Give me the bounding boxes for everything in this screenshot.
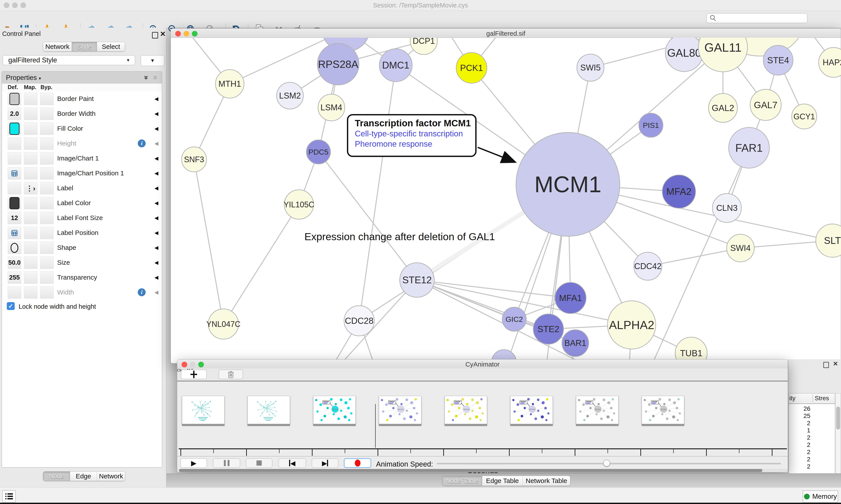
node-GAL7[interactable]: GAL7 <box>750 89 781 121</box>
cyanimator-timeline[interactable]: 0123456789 MCM1MCM1MCM1MCM1MCM1MCM1 Seco… <box>177 381 788 456</box>
bypass-cell[interactable] <box>40 241 54 254</box>
property-row-size[interactable]: 50.0Size◀ <box>2 255 162 270</box>
node-GIC2[interactable]: GIC2 <box>502 307 526 331</box>
mapping-cell[interactable] <box>24 212 37 224</box>
bypass-cell[interactable] <box>40 256 54 269</box>
bypass-cell[interactable] <box>40 227 54 239</box>
default-cell[interactable] <box>8 182 21 194</box>
node-STE4[interactable]: STE4 <box>763 45 793 75</box>
timeline-playhead[interactable] <box>375 404 376 448</box>
node-HAP2[interactable]: HAP2 <box>819 48 841 77</box>
node-STE12[interactable]: STE12 <box>400 263 434 297</box>
bypass-cell[interactable] <box>40 271 54 284</box>
property-row-label-color[interactable]: Label Color◀ <box>2 196 162 211</box>
property-row-height[interactable]: Heighti◀ <box>2 136 162 151</box>
node-CLN3[interactable]: CLN3 <box>713 194 741 222</box>
mapping-cell[interactable] <box>24 108 37 120</box>
property-row-border-width[interactable]: 2.0Border Width◀ <box>2 106 162 122</box>
tab-network[interactable]: Network <box>43 42 72 51</box>
annotation-box[interactable]: Transcription factor MCM1 Cell-type-spec… <box>347 114 477 157</box>
node-SLT[interactable]: SLT <box>816 224 841 257</box>
mapping-cell[interactable] <box>24 271 37 284</box>
frame-thumbnail-7[interactable]: MCM1 <box>642 396 684 424</box>
expand-property-icon[interactable]: ◀ <box>155 156 158 161</box>
bypass-cell[interactable] <box>40 93 54 105</box>
bypass-cell[interactable] <box>40 182 54 194</box>
bypass-cell[interactable] <box>40 212 54 224</box>
node-RPS28A[interactable]: RPS28A <box>317 43 359 85</box>
default-cell[interactable] <box>8 227 21 239</box>
node-LSM4[interactable]: LSM4 <box>318 94 345 121</box>
cyanimator-titlebar[interactable]: CyAnimator <box>177 360 788 369</box>
default-cell[interactable]: 12 <box>8 212 21 224</box>
default-cell[interactable] <box>8 197 21 209</box>
property-row-label-position[interactable]: Label Position◀ <box>2 226 162 240</box>
lock-size-checkbox[interactable]: ✓ <box>7 302 15 310</box>
node-MCM1[interactable]: MCM1 <box>516 132 620 236</box>
default-cell[interactable] <box>8 286 21 299</box>
node-STE2[interactable]: STE2 <box>533 314 563 344</box>
mapping-cell[interactable] <box>24 197 37 209</box>
tab-edge[interactable]: Edge <box>70 472 97 481</box>
node-BAR1[interactable]: BAR1 <box>562 330 589 357</box>
property-row-border-paint[interactable]: Border Paint◀ <box>2 91 162 107</box>
node-MTH1[interactable]: MTH1 <box>215 70 244 98</box>
bypass-cell[interactable] <box>40 197 54 209</box>
expand-property-icon[interactable]: ◀ <box>155 230 158 236</box>
node-YIL105C[interactable]: YIL105C <box>284 190 314 219</box>
node-DCP1[interactable]: DCP1 <box>410 38 437 55</box>
expand-property-icon[interactable]: ◀ <box>155 215 158 221</box>
node-LSM2[interactable]: LSM2 <box>276 82 303 109</box>
property-row-image-chart-position-1[interactable]: Image/Chart Position 1◀ <box>2 166 162 181</box>
show-panels-button[interactable] <box>2 490 16 502</box>
property-row-label-font-size[interactable]: 12Label Font Size◀ <box>2 211 162 226</box>
tab-network[interactable]: Network <box>97 472 125 481</box>
node-ALPHA2[interactable]: ALPHA2 <box>608 301 656 349</box>
node-PCK1[interactable]: PCK1 <box>456 53 487 83</box>
info-icon[interactable]: i <box>138 140 146 147</box>
node-GCY1[interactable]: GCY1 <box>792 104 817 129</box>
expand-property-icon[interactable]: ◀ <box>155 200 158 206</box>
expand-property-icon[interactable]: ◀ <box>155 245 158 251</box>
delete-frame-button[interactable] <box>219 370 243 379</box>
properties-header[interactable]: Properties ▾ » « <box>2 72 162 84</box>
bypass-cell[interactable] <box>40 286 54 299</box>
scrollbar-thumb[interactable] <box>836 407 840 430</box>
float-panel-icon[interactable] <box>823 362 829 368</box>
default-cell[interactable] <box>8 93 21 105</box>
node-SWI5[interactable]: SWI5 <box>577 54 604 81</box>
default-cell[interactable] <box>8 241 21 254</box>
bypass-cell[interactable] <box>40 122 54 135</box>
record-button[interactable] <box>344 458 371 468</box>
play-button[interactable]: ▶ <box>180 458 207 468</box>
node-CDC28[interactable]: CDC28 <box>344 306 374 336</box>
mapping-cell[interactable] <box>24 93 37 105</box>
property-row-label[interactable]: ⋮›Label◀ <box>2 181 162 196</box>
mapping-cell[interactable]: ⋮› <box>24 182 37 194</box>
tab-style[interactable]: Style <box>72 42 97 51</box>
expand-property-icon[interactable]: ◀ <box>155 274 158 281</box>
expand-property-icon[interactable]: ◀ <box>155 260 158 266</box>
bypass-cell[interactable] <box>40 167 54 180</box>
node-FAR1[interactable]: FAR1 <box>729 127 769 168</box>
default-cell[interactable] <box>8 152 21 165</box>
slider-thumb[interactable] <box>603 460 610 467</box>
close-panel-icon[interactable]: ✕ <box>833 360 838 367</box>
property-row-width[interactable]: Widthi◀ <box>2 285 162 300</box>
node-MFA1[interactable]: MFA1 <box>555 283 586 313</box>
property-row-shape[interactable]: Shape◀ <box>2 240 162 255</box>
expand-all-icon[interactable]: » <box>142 75 151 80</box>
default-cell[interactable]: 50.0 <box>8 256 21 269</box>
property-row-transparency[interactable]: 255Transparency◀ <box>2 270 162 285</box>
mapping-cell[interactable] <box>24 227 37 239</box>
frame-thumbnail-2[interactable]: MCM1 <box>313 396 356 424</box>
mapping-cell[interactable] <box>24 137 37 150</box>
memory-button[interactable]: Memory <box>803 490 838 503</box>
frame-thumbnail-1[interactable] <box>248 396 290 424</box>
node-SNF3[interactable]: SNF3 <box>182 147 207 172</box>
node-PDC5[interactable]: PDC5 <box>306 140 330 164</box>
mapping-cell[interactable] <box>24 256 37 269</box>
tab-edge-table[interactable]: Edge Table <box>482 476 523 486</box>
frame-thumbnail-0[interactable] <box>182 396 225 424</box>
style-select[interactable]: galFiltered Style ▼ <box>3 55 135 65</box>
